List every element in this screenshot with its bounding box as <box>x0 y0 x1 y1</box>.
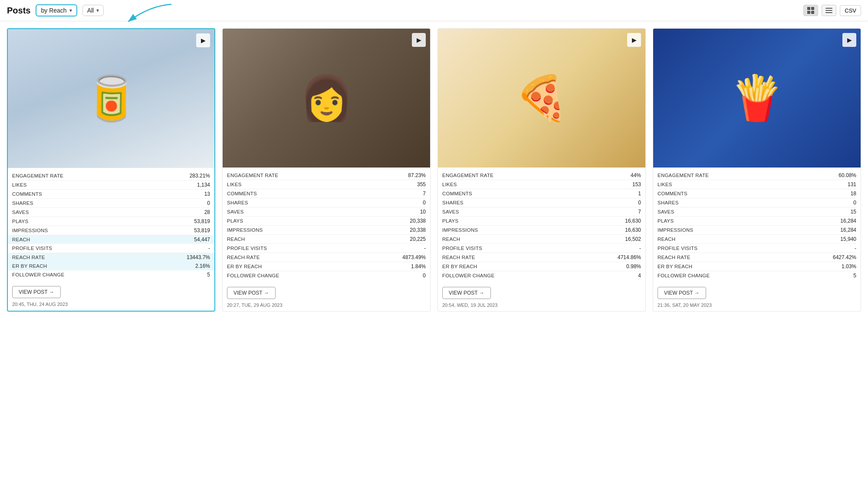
video-badge-icon: ▶ <box>842 33 856 47</box>
stat-value: 13443.7% <box>187 254 210 260</box>
view-post-button[interactable]: VIEW POST → <box>12 286 61 298</box>
stat-value: 131 <box>848 181 856 187</box>
grid-icon <box>807 7 814 14</box>
filter-chevron-icon: ▾ <box>96 7 99 13</box>
stat-row-comments: COMMENTS 1 <box>442 189 641 198</box>
video-badge-icon: ▶ <box>627 33 641 47</box>
stat-label: FOLLOWER CHANGE <box>12 272 64 277</box>
stat-row-follower_change: FOLLOWER CHANGE 5 <box>658 271 856 280</box>
stat-label: REACH RATE <box>12 255 45 260</box>
stat-row-reach_rate: REACH RATE 4714.86% <box>442 253 641 262</box>
view-post-button[interactable]: VIEW POST → <box>442 287 491 299</box>
stat-row-follower_change: FOLLOWER CHANGE 0 <box>227 271 426 280</box>
stat-value: 15,940 <box>840 236 856 242</box>
view-post-button[interactable]: VIEW POST → <box>658 287 706 299</box>
stat-label: LIKES <box>12 182 27 187</box>
stat-value: 4873.49% <box>402 254 426 260</box>
post-image: 🥫 ▶ <box>8 29 214 168</box>
stat-label: COMMENTS <box>442 191 472 196</box>
stat-label: SHARES <box>658 200 679 205</box>
stat-row-er_by_reach: ER BY REACH 1.03% <box>658 262 856 271</box>
stat-value: 0 <box>423 273 426 279</box>
stat-row-reach: REACH 16,502 <box>442 235 641 244</box>
post-card-4: 🍟 ▶ ENGAGEMENT RATE 60.08% LIKES 131 COM… <box>653 28 861 312</box>
page-title: Posts <box>7 6 30 16</box>
stat-label: SAVES <box>658 209 674 214</box>
stat-row-likes: LIKES 153 <box>442 180 641 189</box>
stat-row-saves: SAVES 15 <box>658 207 856 217</box>
stat-row-engagement_rate: ENGAGEMENT RATE 44% <box>442 171 641 180</box>
stat-row-shares: SHARES 0 <box>12 199 210 208</box>
post-image: 🍟 ▶ <box>653 29 861 168</box>
stat-label: LIKES <box>658 182 672 187</box>
video-badge-icon: ▶ <box>196 33 210 47</box>
stat-label: LIKES <box>442 182 457 187</box>
stat-row-reach: REACH 20,225 <box>227 235 426 244</box>
stat-label: ENGAGEMENT RATE <box>442 173 493 178</box>
filter-dropdown[interactable]: All ▾ <box>82 5 104 16</box>
stat-value: 153 <box>632 181 641 187</box>
stat-value: 54,447 <box>194 237 210 243</box>
stat-row-likes: LIKES 355 <box>227 180 426 189</box>
post-card-1: 🥫 ▶ ENGAGEMENT RATE 283.21% LIKES 1,134 … <box>7 28 215 312</box>
stat-value: 7 <box>638 209 641 215</box>
stat-value: 4 <box>638 273 641 279</box>
stat-label: COMMENTS <box>658 191 687 196</box>
stat-row-plays: PLAYS 16,630 <box>442 217 641 226</box>
stat-value: 283.21% <box>190 173 210 179</box>
stat-value: 6427.42% <box>833 254 856 260</box>
stat-label: PLAYS <box>442 218 458 223</box>
stat-label: PROFILE VISITS <box>442 246 482 251</box>
stat-label: IMPRESSIONS <box>12 228 48 233</box>
stat-label: PLAYS <box>658 218 674 223</box>
sort-chevron-icon: ▾ <box>69 7 72 13</box>
stat-label: SAVES <box>12 210 29 215</box>
stat-value: 5 <box>207 272 210 278</box>
stat-value: 53,819 <box>194 227 210 233</box>
stat-row-engagement_rate: ENGAGEMENT RATE 283.21% <box>12 171 210 181</box>
stat-label: IMPRESSIONS <box>227 227 263 233</box>
sort-dropdown[interactable]: by Reach ▾ <box>36 4 77 16</box>
video-badge-icon: ▶ <box>412 33 426 47</box>
view-post-button[interactable]: VIEW POST → <box>227 287 276 299</box>
stat-value: 0 <box>423 200 426 206</box>
post-image: 👩 ▶ <box>223 29 430 168</box>
posts-grid: 🥫 ▶ ENGAGEMENT RATE 283.21% LIKES 1,134 … <box>0 21 868 319</box>
stat-row-reach: REACH 15,940 <box>658 235 856 244</box>
stat-label: ER BY REACH <box>658 264 692 269</box>
stat-value: 16,630 <box>625 227 641 233</box>
stat-value: 13 <box>204 191 210 197</box>
stat-label: FOLLOWER CHANGE <box>658 273 710 278</box>
stat-value: - <box>208 245 210 251</box>
stat-row-saves: SAVES 7 <box>442 207 641 217</box>
list-view-button[interactable] <box>822 5 836 16</box>
stat-value: 20,225 <box>410 236 426 242</box>
stat-label: REACH <box>658 237 675 242</box>
grid-view-button[interactable] <box>803 5 818 16</box>
stat-label: REACH <box>12 237 30 242</box>
stat-value: 355 <box>417 181 426 187</box>
csv-button[interactable]: CSV <box>840 5 861 16</box>
stat-row-reach: REACH 54,447 <box>8 235 214 244</box>
stat-row-plays: PLAYS 53,819 <box>12 217 210 226</box>
stat-value: 53,819 <box>194 218 210 224</box>
stat-label: REACH RATE <box>658 255 690 260</box>
post-card-3: 🍕 ▶ ENGAGEMENT RATE 44% LIKES 153 COMMEN… <box>437 28 646 312</box>
stat-value: - <box>639 245 641 251</box>
stat-label: ENGAGEMENT RATE <box>658 173 709 178</box>
stat-label: PROFILE VISITS <box>658 246 697 251</box>
stat-label: IMPRESSIONS <box>442 227 478 233</box>
header-right: CSV <box>803 5 861 16</box>
stat-row-profile_visits: PROFILE VISITS - <box>12 244 210 253</box>
post-timestamp: 21:36, SAT, 20 MAY 2023 <box>653 301 861 311</box>
stat-value: 0 <box>638 200 641 206</box>
post-stats: ENGAGEMENT RATE 44% LIKES 153 COMMENTS 1… <box>438 168 645 283</box>
stat-label: SHARES <box>12 200 33 206</box>
stat-row-saves: SAVES 28 <box>12 208 210 217</box>
stat-row-comments: COMMENTS 18 <box>658 189 856 198</box>
stat-label: ENGAGEMENT RATE <box>12 173 63 178</box>
stat-label: ER BY REACH <box>227 264 262 269</box>
stat-label: LIKES <box>227 182 242 187</box>
stat-row-plays: PLAYS 16,284 <box>658 217 856 226</box>
stat-row-engagement_rate: ENGAGEMENT RATE 60.08% <box>658 171 856 180</box>
